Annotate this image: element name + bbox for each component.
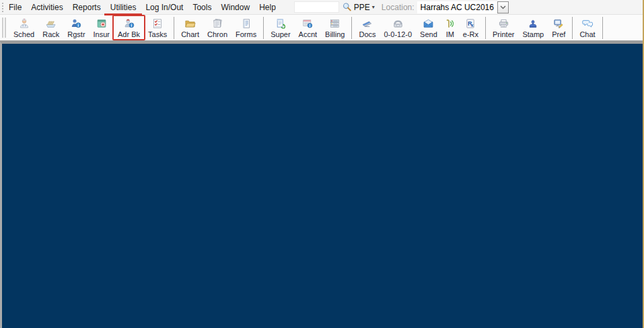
location-dropdown-button[interactable] (497, 1, 509, 13)
toolbar-separator (485, 17, 486, 39)
toolbar-separator (572, 17, 573, 39)
chevron-down-icon (500, 5, 506, 9)
rack-icon (45, 18, 57, 30)
menu-help[interactable]: Help (254, 1, 281, 14)
menu-log-in-out[interactable]: Log In/Out (141, 1, 188, 14)
toolbar-button-super[interactable]: Super (267, 16, 293, 40)
menu-bar: File Activities Reports Utilities Log In… (0, 0, 643, 14)
phone-icon (392, 18, 404, 30)
toolbar-group-output: Printer Stamp (489, 16, 569, 40)
chron-icon (212, 18, 223, 30)
chat-icon (582, 18, 594, 30)
menu-utilities[interactable]: Utilities (106, 1, 141, 14)
toolbar-group-patient: Sched Rack (9, 16, 171, 40)
search-scope-label: PPE (354, 3, 370, 12)
toolbar-group-communication: Docs 0-0-12-0 (355, 16, 482, 40)
search-scope-dropdown[interactable]: PPE ▾ (354, 3, 375, 12)
toolbar-button-erx[interactable]: R x e-Rx (460, 16, 482, 40)
schedule-icon (19, 18, 30, 30)
im-icon (445, 18, 455, 30)
stamp-icon (528, 18, 538, 30)
toolbar-button-send[interactable]: Send (417, 16, 441, 40)
preferences-icon (553, 18, 564, 30)
menu-activities[interactable]: Activities (26, 1, 67, 14)
printer-icon (498, 18, 509, 30)
address-book-icon (124, 18, 135, 30)
app-window: File Activities Reports Utilities Log In… (0, 0, 644, 328)
toolbar-group-billing: Super Accnt (266, 16, 349, 40)
account-icon (302, 18, 313, 30)
menu-utilities-label: Utilities (110, 3, 137, 12)
menu-reports[interactable]: Reports (68, 1, 106, 14)
erx-icon: R x (465, 18, 476, 30)
toolbar-button-rack[interactable]: Rack (39, 16, 63, 40)
toolbar-button-chart[interactable]: Chart (178, 16, 203, 40)
forms-icon (241, 18, 252, 30)
menu-window[interactable]: Window (216, 1, 254, 14)
toolbar-button-phone[interactable]: 0-0-12-0 (381, 16, 416, 40)
toolbar-button-im[interactable]: IM (442, 16, 458, 40)
chevron-down-icon: ▾ (372, 4, 375, 10)
toolbar-group-chat: Chat (575, 16, 599, 40)
toolbar-button-chat[interactable]: Chat (576, 16, 598, 40)
toolbar: Sched Rack (0, 14, 643, 42)
toolbar-button-tasks[interactable]: Tasks (145, 16, 170, 40)
toolbar-button-rgstr[interactable]: Rgstr (64, 16, 88, 40)
toolbar-button-printer[interactable]: Printer (489, 16, 517, 40)
workspace-area (0, 42, 643, 328)
toolbar-button-stamp[interactable]: Stamp (519, 16, 547, 40)
toolbar-button-insur[interactable]: Insur (90, 16, 113, 40)
docs-scanner-icon (361, 18, 373, 30)
chart-folder-icon (184, 18, 196, 30)
toolbar-grip-handle[interactable] (2, 18, 6, 38)
svg-text:x: x (471, 23, 474, 28)
menu-tools[interactable]: Tools (188, 1, 216, 14)
toolbar-button-forms[interactable]: Forms (232, 16, 260, 40)
search-input[interactable] (294, 1, 339, 13)
billing-icon (329, 18, 341, 30)
toolbar-separator (351, 17, 352, 39)
tasks-icon (152, 18, 163, 30)
toolbar-button-sched[interactable]: Sched (10, 16, 38, 40)
toolbar-separator (174, 17, 174, 39)
toolbar-button-pref[interactable]: Pref (548, 16, 569, 40)
menu-file[interactable]: File (4, 1, 26, 14)
location-combobox[interactable]: Harrahs AC UC2016 (417, 1, 509, 13)
toolbar-button-chron[interactable]: Chron (204, 16, 231, 40)
toolbar-button-adr-bk[interactable]: Adr Bk (114, 16, 143, 40)
toolbar-group-chart: Chart Chron (177, 16, 260, 40)
toolbar-separator (602, 17, 603, 39)
toolbar-separator (263, 17, 264, 39)
annotation-underline (104, 13, 143, 15)
send-envelope-icon (423, 18, 434, 30)
register-icon (71, 18, 81, 30)
insurance-icon (96, 18, 107, 30)
toolbar-button-accnt[interactable]: Accnt (295, 16, 321, 40)
toolbar-button-billing[interactable]: Billing (322, 16, 348, 40)
location-label: Location: (382, 3, 415, 12)
superbill-icon (275, 18, 286, 30)
toolbar-button-docs[interactable]: Docs (355, 16, 379, 40)
location-value: Harrahs AC UC2016 (417, 1, 497, 13)
magnifier-icon[interactable] (342, 2, 352, 12)
